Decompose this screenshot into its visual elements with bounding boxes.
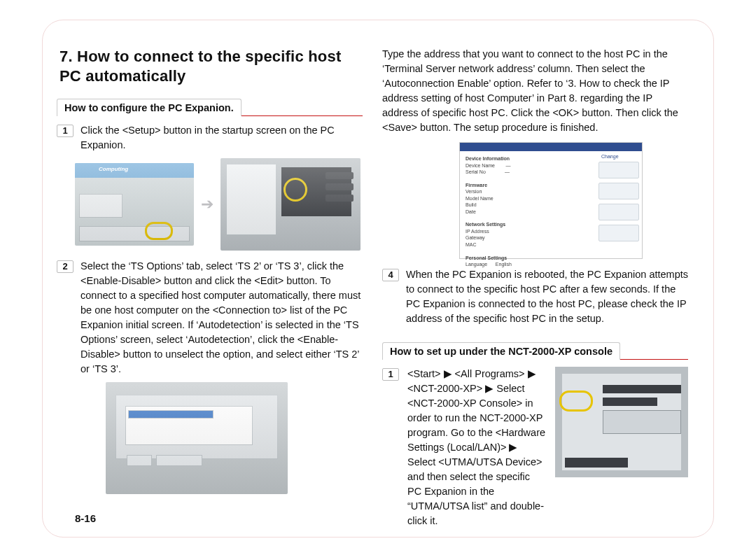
screenshot-startup: Computing: [75, 163, 194, 246]
subhead-console: How to set up under the NCT-2000-XP cons…: [382, 342, 688, 360]
change-label: Change: [601, 154, 639, 159]
sidebar-tile-icon: [598, 162, 639, 178]
figure-device-overview: Device Information Device Name — Serial …: [459, 142, 688, 259]
screenshot-ts-options: [106, 382, 288, 494]
section-title: 7. How to connect to the specific host P…: [59, 47, 363, 85]
highlight-circle-icon: [559, 391, 593, 412]
figure-row-2: [106, 382, 363, 494]
highlight-circle-icon: [284, 178, 307, 202]
right-step-4: 4 When the PC Expanion is rebooted, the …: [382, 267, 688, 326]
sidebar-tile-icon: [598, 183, 639, 199]
step-number: 1: [57, 125, 74, 137]
left-step-2: 2 Select the ‘TS Options’ tab, select ‘T…: [57, 259, 363, 377]
sidebar-tile-icon: [598, 225, 639, 241]
screenshot-console: [555, 367, 688, 477]
arrow-right-icon: ➔: [201, 195, 214, 213]
step-number: 2: [57, 260, 74, 273]
figure-row-1: Computing ➔: [75, 158, 363, 251]
console-step-1: 1 <Start> ▶ <All Programs> ▶ <NCT-2000-X…: [382, 367, 688, 528]
step-number: 4: [382, 269, 399, 281]
subhead-configure: How to configure the PC Expanion.: [57, 98, 363, 116]
highlight-circle-icon: [145, 222, 173, 240]
step-number: 1: [382, 368, 399, 381]
screenshot-setup: [220, 158, 360, 251]
page-footer: 8-16: [75, 512, 96, 524]
device-info-labels: Device Information Device Name — Serial …: [465, 155, 512, 267]
left-step-1: 1 Click the <Setup> button in the startu…: [57, 123, 363, 153]
right-intro: Type the address that you want to connec…: [382, 47, 688, 135]
sidebar-tile-icon: [598, 204, 639, 220]
brand-label: Computing: [99, 166, 128, 172]
